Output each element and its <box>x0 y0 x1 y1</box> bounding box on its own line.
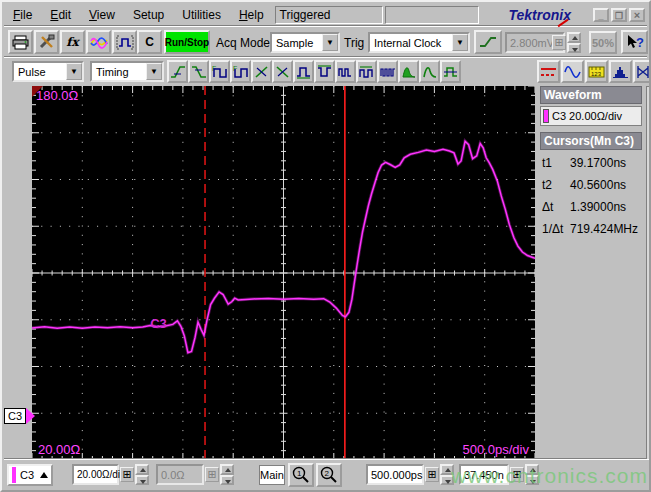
bottom-control-bar: C3 20.00Ω/di ⊞ 0.0Ω ⊞ Main 1 2 <box>4 459 647 488</box>
meas-frequency-button[interactable] <box>377 60 398 83</box>
meas-burst-button[interactable] <box>335 60 356 83</box>
restore-button[interactable]: ❐ <box>611 8 627 22</box>
measure-type-select[interactable]: Timing ▼ <box>90 61 164 82</box>
meas-base-top-button[interactable] <box>440 60 461 83</box>
graticule-and-trace[interactable] <box>32 86 535 460</box>
histogram-button[interactable] <box>609 60 632 83</box>
scope-application-window: File Edit View Setup Utilities Help Trig… <box>0 0 651 492</box>
meas-fall-time-button[interactable] <box>188 60 209 83</box>
menu-view[interactable]: View <box>80 6 124 24</box>
keypad-icon[interactable]: ⊞ <box>120 467 134 482</box>
horizontal-scale-field[interactable]: 500.000ps <box>366 464 424 485</box>
magnifier-1-icon: 1 <box>292 466 310 484</box>
measure-readout-button[interactable]: 123 <box>585 60 608 83</box>
meas-pos-width-button[interactable]: F <box>209 60 230 83</box>
function-button[interactable]: fx <box>60 30 85 54</box>
meas-neg-width-button[interactable]: F <box>230 60 251 83</box>
meas-amplitude-button[interactable] <box>419 60 440 83</box>
pulse-select-button[interactable] <box>112 30 137 54</box>
area-icon <box>401 64 417 80</box>
fall-time-icon <box>191 64 207 80</box>
meas-area-button[interactable] <box>398 60 419 83</box>
chevron-up-icon <box>40 472 48 478</box>
keypad-icon[interactable]: ⊞ <box>552 35 566 50</box>
chevron-down-icon[interactable]: ▼ <box>322 34 338 51</box>
cursors-tool-button[interactable] <box>537 60 560 83</box>
set-50pct-button[interactable]: 50% <box>589 31 617 54</box>
channel-arrow-icon <box>26 408 35 424</box>
c3-color-swatch <box>12 467 16 483</box>
ruler-icon: 123 <box>588 65 605 79</box>
minimize-button[interactable]: _ <box>593 8 609 22</box>
mask-test-button[interactable] <box>633 60 651 83</box>
zoom2-button[interactable]: 2 <box>316 463 342 487</box>
meas-neg-pulse-button[interactable] <box>314 60 335 83</box>
horizontal-scale-spinner[interactable] <box>440 464 454 485</box>
trig-level-spinner[interactable] <box>567 32 581 53</box>
base-top-icon <box>443 64 459 80</box>
vertical-scale-field[interactable]: 20.00Ω/di <box>72 464 119 485</box>
chevron-down-icon[interactable]: ▼ <box>146 63 162 80</box>
chevron-down-icon[interactable]: ▼ <box>452 34 468 51</box>
trig-label: Trig <box>344 36 364 50</box>
vertical-scale-spinner[interactable] <box>135 464 149 485</box>
svg-text:123: 123 <box>591 71 602 77</box>
horizontal-position-spinner[interactable] <box>525 464 539 485</box>
neg-width-icon: F <box>233 64 249 80</box>
amplitude-icon <box>422 64 438 80</box>
print-button[interactable] <box>8 30 33 54</box>
horizontal-position-field[interactable]: 37.450n <box>459 464 509 485</box>
menu-setup[interactable]: Setup <box>124 6 173 24</box>
cross-rise-icon <box>254 64 270 80</box>
readout-panel: Waveform C3 20.00Ω/div Cursors(Mn C3) t1… <box>540 86 642 240</box>
measure-category-select[interactable]: Pulse ▼ <box>12 61 84 82</box>
cursors-icon <box>540 65 557 79</box>
tektronix-logo: Tektronix <box>509 7 578 23</box>
rise-time-icon <box>170 64 186 80</box>
side-slider-track[interactable] <box>646 86 651 460</box>
keypad-icon[interactable]: ⊞ <box>205 467 219 482</box>
mask-icon <box>636 65 650 79</box>
waveform-display-button[interactable] <box>86 30 111 54</box>
c3-color-swatch <box>543 109 549 123</box>
burst-icon <box>338 64 354 80</box>
waveform-display[interactable]: 180.0Ω 20.00Ω 500.0ps/div C3 <box>32 86 535 460</box>
meas-duty-button[interactable] <box>356 60 377 83</box>
trigger-status: Triggered <box>275 6 383 24</box>
help-cursor-icon: ? <box>626 34 644 50</box>
meas-cross-rise-button[interactable] <box>251 60 272 83</box>
acq-mode-select[interactable]: Sample ▼ <box>270 32 340 53</box>
waveform-entry[interactable]: C3 20.00Ω/div <box>540 106 642 126</box>
tools-button[interactable] <box>34 30 59 54</box>
tools-icon <box>39 34 55 50</box>
meas-cross-fall-button[interactable] <box>272 60 293 83</box>
trig-slope-button[interactable] <box>474 30 502 54</box>
channel-select-dropup[interactable]: C3 <box>7 464 53 486</box>
menu-help[interactable]: Help <box>230 6 273 24</box>
menu-utilities[interactable]: Utilities <box>173 6 230 24</box>
clear-button[interactable]: C <box>137 30 162 54</box>
chevron-down-icon[interactable]: ▼ <box>66 63 82 80</box>
keypad-icon[interactable]: ⊞ <box>425 467 439 482</box>
menu-edit[interactable]: Edit <box>41 6 80 24</box>
color-waveform-icon <box>90 35 108 49</box>
meas-rise-time-button[interactable] <box>167 60 188 83</box>
svg-text:1: 1 <box>297 469 302 478</box>
waveform-panel-header: Waveform <box>540 86 642 104</box>
close-button[interactable]: × <box>629 8 645 22</box>
zoom1-button[interactable]: 1 <box>288 463 314 487</box>
run-stop-button[interactable]: Run/Stop <box>164 30 210 54</box>
keypad-icon[interactable]: ⊞ <box>510 467 524 482</box>
pos-width-icon: F <box>212 64 228 80</box>
sine-wave-icon <box>564 65 581 79</box>
menu-file[interactable]: File <box>4 6 41 24</box>
trig-source-select[interactable]: Internal Clock ▼ <box>368 32 470 53</box>
cross-fall-icon <box>275 64 291 80</box>
channel-position-marker[interactable]: C3 <box>4 408 35 424</box>
waveform-view-button[interactable] <box>561 60 584 83</box>
context-help-button[interactable]: ? <box>621 30 648 54</box>
printer-icon <box>12 35 29 50</box>
meas-pos-pulse-button[interactable] <box>293 60 314 83</box>
vertical-offset-spinner[interactable] <box>220 464 234 485</box>
vertical-offset-field[interactable]: 0.0Ω <box>156 464 204 485</box>
